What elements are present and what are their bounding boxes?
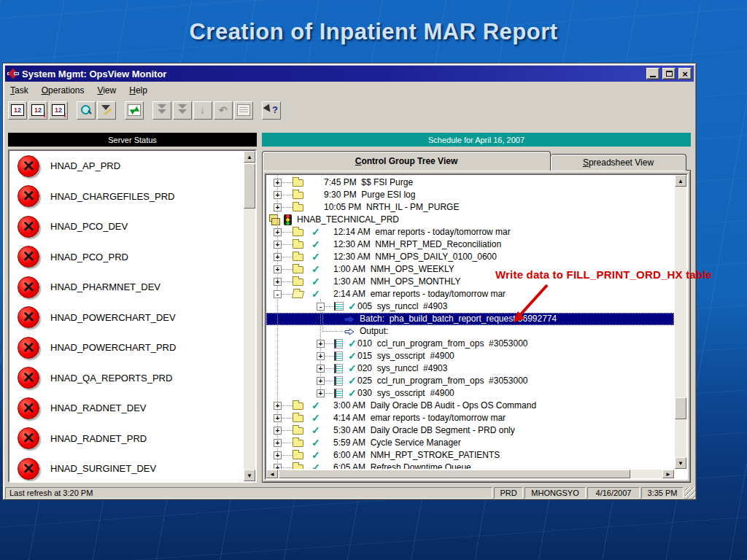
- expand-plus-icon[interactable]: +: [317, 389, 325, 397]
- expand-plus-icon[interactable]: +: [317, 365, 325, 373]
- tree-item[interactable]: +✓12:30 AM NMH_RPT_MED_Reconciliation: [266, 238, 674, 251]
- calendar-send-button[interactable]: ↓: [49, 101, 68, 120]
- tree-item[interactable]: +7:45 PM $$ FSI Purge: [266, 176, 674, 189]
- tree-item[interactable]: +✓4:14 AM emar reports - today/tomorrow …: [266, 412, 674, 424]
- scroll-up-button[interactable]: [244, 151, 255, 163]
- expand-plus-icon[interactable]: +: [274, 179, 282, 187]
- expand-plus-icon[interactable]: +: [274, 451, 282, 459]
- notes-button[interactable]: [234, 101, 253, 120]
- server-row[interactable]: HNAD_CHARGEFILES_PRD: [9, 182, 243, 212]
- tree-item[interactable]: +9:30 PM Purge ESI log: [266, 189, 674, 201]
- tree-item[interactable]: +✓3:00 AM Daily Oracle DB Audit - Ops OS…: [266, 400, 674, 412]
- server-row[interactable]: HNAD_POWERCHART_PRD: [9, 332, 243, 363]
- tree-item[interactable]: +✓5:30 AM Daily Oracle DB Segment - PRD …: [266, 424, 674, 437]
- tree-item[interactable]: +✓030 sys_osscript #4900: [266, 387, 674, 400]
- server-row[interactable]: HNAD_PCO_DEV: [9, 211, 243, 242]
- undo-button[interactable]: [214, 101, 233, 120]
- scroll-down-button[interactable]: [675, 457, 686, 469]
- expand-plus-icon[interactable]: +: [274, 439, 282, 447]
- tree-vertical-scrollbar[interactable]: [674, 175, 686, 469]
- refresh-button[interactable]: [125, 101, 144, 120]
- expand-plus-icon[interactable]: +: [274, 203, 282, 211]
- filter-button[interactable]: [97, 101, 116, 120]
- calendar-download-icon: ↓: [31, 104, 44, 116]
- expand-plus-icon[interactable]: +: [274, 241, 282, 249]
- server-name-label: HNAD_PCO_PRD: [50, 252, 128, 262]
- server-row[interactable]: HNAD_PHARMNET_DEV: [9, 272, 243, 303]
- tree-item[interactable]: -✓005 sys_runccl #4903: [266, 300, 674, 313]
- tree-item[interactable]: +10:05 PM NRTH_IL - PM_PURGE: [266, 201, 674, 214]
- status-bar: Last refresh at 3:20 PM PRDMHONGSYO4/16/…: [5, 486, 695, 499]
- expand-plus-icon[interactable]: +: [274, 427, 282, 435]
- server-row[interactable]: HNAD_PCO_PRD: [9, 242, 243, 273]
- collapse-minus-icon[interactable]: -: [317, 303, 325, 311]
- expand-plus-icon[interactable]: +: [274, 464, 282, 469]
- tree-item[interactable]: +✓5:59 AM Cycle Service Manager: [266, 437, 674, 449]
- tree-item-label: 5:30 AM Daily Oracle DB Segment - PRD on…: [333, 425, 515, 435]
- tree-item[interactable]: +✓6:00 AM NMH_RPT_STROKE_PATIENTS: [266, 449, 674, 462]
- expand-plus-icon[interactable]: +: [274, 414, 282, 422]
- scroll-left-button[interactable]: [266, 470, 278, 478]
- scroll-down-button[interactable]: [244, 470, 255, 481]
- scrollbar-thumb[interactable]: [244, 163, 255, 209]
- tree-item[interactable]: +✓025 ccl_run_program_from_ops #3053000: [266, 375, 674, 387]
- expand-plus-icon[interactable]: +: [317, 340, 325, 348]
- maximize-button[interactable]: [662, 68, 676, 79]
- expand-plus-icon[interactable]: +: [274, 228, 282, 236]
- error-status-icon: [18, 337, 39, 359]
- tree-connector: [282, 257, 293, 257]
- scroll-up-button[interactable]: [675, 175, 686, 187]
- expand-plus-icon[interactable]: +: [274, 402, 282, 410]
- check-icon: ✓: [311, 424, 320, 436]
- menu-task[interactable]: Task: [7, 84, 34, 97]
- close-button[interactable]: ×: [678, 68, 692, 79]
- expand-plus-icon[interactable]: +: [274, 278, 282, 286]
- title-bar[interactable]: System Mgmt: OpsView Monitor ×: [5, 66, 694, 82]
- expand-plus-icon[interactable]: +: [317, 377, 325, 385]
- expand-plus-icon[interactable]: +: [274, 253, 282, 261]
- tree-item[interactable]: Output:: [266, 325, 674, 338]
- down-arrow-button[interactable]: [193, 101, 212, 120]
- tree-item[interactable]: +✓015 sys_osscript #4900: [266, 350, 674, 362]
- resize-grip[interactable]: [685, 487, 695, 499]
- tree-item[interactable]: +✓020 sys_runccl #4903: [266, 362, 674, 375]
- server-row[interactable]: HNAD_POWERCHART_DEV: [9, 303, 243, 333]
- expand-plus-icon[interactable]: +: [274, 191, 282, 199]
- tree-item[interactable]: +✓010 ccl_run_program_from_ops #3053000: [266, 338, 674, 350]
- search-button[interactable]: [77, 101, 96, 120]
- tree-item[interactable]: HNAB_TECHNICAL_PRD: [266, 214, 674, 226]
- folder-icon: [293, 266, 303, 273]
- expand-plus-icon[interactable]: +: [274, 265, 282, 273]
- folder-icon: [293, 415, 303, 422]
- tree-item[interactable]: -✓2:14 AM emar reports - today/tomorrow …: [266, 288, 674, 300]
- tree-item[interactable]: +✓6:05 AM Refresh Downtime Queue: [266, 462, 674, 469]
- collapse-minus-icon[interactable]: -: [274, 290, 282, 298]
- tab-spreadsheet-view[interactable]: Spreadsheet View: [551, 154, 686, 171]
- server-list-scrollbar[interactable]: [243, 151, 255, 481]
- server-row[interactable]: HNAD_RADNET_PRD: [9, 424, 243, 454]
- status-cell: MHONGSYO: [525, 487, 586, 499]
- tree-horizontal-scrollbar[interactable]: [266, 469, 674, 478]
- tree-item[interactable]: +✓12:14 AM emar reports - today/tomorrow…: [266, 226, 674, 238]
- scrollbar-thumb[interactable]: [675, 397, 686, 419]
- tree-item[interactable]: Batch: pha_build_batch_report_request 86…: [266, 313, 674, 325]
- minimize-button[interactable]: [646, 68, 659, 79]
- scrollbar-thumb[interactable]: [279, 470, 630, 478]
- tree-item[interactable]: +✓12:30 AM NMH_OPS_DAILY_0100_0600: [266, 251, 674, 263]
- context-help-button[interactable]: [262, 101, 281, 120]
- tree-connector: [282, 455, 293, 456]
- tab-control-group-tree-view[interactable]: Control Group Tree View: [262, 151, 551, 171]
- menu-view[interactable]: View: [94, 84, 122, 97]
- scroll-right-button[interactable]: [662, 470, 674, 478]
- menu-operations[interactable]: Operations: [39, 84, 90, 97]
- traffic-stack-button[interactable]: [152, 101, 171, 120]
- calendar-download-button[interactable]: ↓: [28, 101, 47, 120]
- server-row[interactable]: HNAD_SURGINET_DEV: [9, 454, 243, 481]
- menu-help[interactable]: Help: [126, 84, 153, 97]
- server-row[interactable]: HNAD_AP_PRD: [9, 151, 243, 182]
- expand-plus-icon[interactable]: +: [317, 352, 325, 360]
- server-row[interactable]: HNAD_RADNET_DEV: [9, 393, 243, 424]
- server-row[interactable]: HNAD_QA_REPORTS_PRD: [9, 363, 243, 394]
- calendar-days-button[interactable]: [8, 101, 27, 120]
- traffic-stack-button[interactable]: [173, 101, 192, 120]
